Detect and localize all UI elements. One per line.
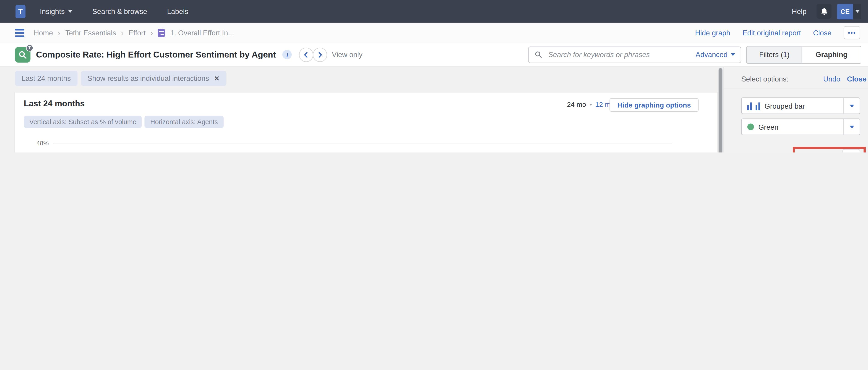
user-avatar[interactable]: CE: [837, 4, 853, 19]
tab-graphing[interactable]: Graphing: [802, 46, 861, 63]
caret-down-button[interactable]: [843, 98, 860, 114]
help-link[interactable]: Help: [792, 7, 807, 16]
next-button[interactable]: [313, 47, 328, 62]
breadcrumb-effort[interactable]: Effort: [128, 29, 146, 37]
prev-button[interactable]: [299, 47, 313, 62]
undo-link[interactable]: Undo: [823, 75, 840, 83]
bar-chart-icon: [747, 102, 760, 110]
chart-title: Last 24 months: [24, 98, 85, 108]
edit-original-report-link[interactable]: Edit original report: [743, 29, 801, 37]
app-window: T Insights Search & browse Labels Help C…: [0, 0, 868, 152]
range-toggle: 24 mo • 12 mo: [567, 101, 614, 109]
tab-filters[interactable]: Filters (1): [747, 46, 802, 63]
plot-area: Subset as % of volume 48%36%24%12%0%Eric…: [53, 143, 672, 152]
ellipsis-icon: •••: [848, 29, 856, 36]
chevron-right-icon: ›: [58, 29, 60, 37]
nav-item-label: Labels: [167, 7, 188, 16]
close-link[interactable]: Close: [813, 29, 832, 37]
color-value: Green: [758, 123, 779, 131]
bell-icon: [819, 7, 829, 16]
view-tabs: Filters (1) Graphing: [746, 46, 861, 63]
gridline: [53, 143, 672, 143]
hide-graphing-options-button[interactable]: Hide graphing options: [610, 98, 699, 112]
breadcrumb-actions: Hide graph Edit original report Close ••…: [695, 26, 860, 39]
caret-down-button[interactable]: [843, 119, 860, 135]
advanced-dropdown[interactable]: Advanced: [695, 51, 735, 59]
nav-item-label: Insights: [40, 7, 65, 16]
range-separator: •: [589, 101, 592, 109]
nav-item-search-browse[interactable]: Search & browse: [92, 7, 147, 16]
tethr-badge-icon: T: [26, 44, 33, 51]
advanced-label: Advanced: [695, 51, 727, 59]
breadcrumb-home[interactable]: Home: [34, 29, 53, 37]
color-swatch: [747, 123, 754, 130]
tethr-logo[interactable]: T: [16, 5, 26, 18]
breadcrumb-row: Home › Tethr Essentials › Effort › 1. Ov…: [0, 23, 868, 42]
chevron-right-icon: ›: [121, 29, 124, 37]
insight-icon: T: [15, 47, 31, 62]
search-input[interactable]: [547, 50, 691, 59]
ellipsis-icon: •••: [847, 152, 856, 152]
breadcrumb: Home › Tethr Essentials › Effort › 1. Ov…: [34, 29, 234, 37]
caret-down-icon: [855, 10, 859, 13]
nav-item-insights[interactable]: Insights: [40, 7, 72, 16]
nav-item-label: Search & browse: [92, 7, 147, 16]
search-box[interactable]: Advanced: [528, 46, 741, 63]
range-24mo[interactable]: 24 mo: [567, 101, 586, 109]
filter-chips-row: Last 24 months Show results as individua…: [15, 71, 226, 86]
axis-chip-vertical: Vertical axis: Subset as % of volume: [24, 116, 142, 128]
caret-down-icon: [849, 125, 854, 128]
chart-type-value: Grouped bar: [765, 102, 805, 110]
y-tick-label: 48%: [27, 139, 49, 146]
report-icon: [158, 29, 165, 37]
main-nav: Insights Search & browse Labels: [40, 7, 188, 16]
chip-label: Show results as individual interactions: [87, 74, 209, 82]
search-icon: [534, 51, 543, 59]
chevron-right-icon: [317, 51, 323, 58]
caret-down-icon: [731, 53, 735, 56]
vertical-axis-more-button[interactable]: •••: [842, 149, 860, 152]
more-options-button[interactable]: •••: [844, 26, 860, 39]
avatar-caret-button[interactable]: [853, 4, 861, 19]
navbar-right: Help CE: [792, 4, 861, 19]
title-row: T Composite Rate: High Effort Customer S…: [0, 43, 868, 67]
search-icon: [18, 50, 28, 60]
caret-down-icon: [68, 10, 72, 13]
axis-chips: Vertical axis: Subset as % of volume Hor…: [24, 116, 223, 128]
filter-chip-date-range[interactable]: Last 24 months: [15, 71, 78, 86]
hide-graph-link[interactable]: Hide graph: [695, 29, 730, 37]
caret-down-icon: [849, 104, 854, 107]
chip-label: Last 24 months: [22, 74, 71, 82]
chart-type-dropdown[interactable]: Grouped bar: [741, 97, 860, 114]
axis-chip-horizontal: Horizontal axis: Agents: [145, 116, 223, 128]
breadcrumb-tethr-essentials[interactable]: Tethr Essentials: [65, 29, 116, 37]
chart-scrollbar[interactable]: [719, 68, 722, 152]
chart-card: Last 24 months 24 mo • 12 mo Hide graphi…: [14, 92, 718, 152]
remove-chip-icon[interactable]: ✕: [214, 75, 219, 82]
close-panel-link[interactable]: Close: [847, 75, 867, 83]
breadcrumb-current[interactable]: 1. Overall Effort In...: [170, 29, 234, 37]
hamburger-menu-button[interactable]: [15, 29, 24, 37]
chevron-right-icon: ›: [151, 29, 153, 37]
chevron-left-icon: [303, 51, 310, 58]
page-title: Composite Rate: High Effort Customer Sen…: [36, 50, 276, 60]
content-area: Last 24 months Show results as individua…: [0, 67, 868, 152]
graphing-panel: Select options: Undo Close Grouped bar G…: [723, 67, 868, 152]
divider: [724, 89, 868, 89]
top-navbar: T Insights Search & browse Labels Help C…: [0, 0, 868, 23]
panel-header: Select options:: [741, 75, 788, 83]
view-only-label: View only: [332, 51, 363, 59]
filter-chip-individual-interactions[interactable]: Show results as individual interactions …: [81, 71, 226, 86]
nav-item-labels[interactable]: Labels: [167, 7, 188, 16]
info-icon[interactable]: i: [283, 50, 292, 59]
color-dropdown[interactable]: Green: [741, 118, 860, 135]
user-menu[interactable]: CE: [837, 4, 861, 19]
notifications-button[interactable]: [816, 4, 832, 19]
